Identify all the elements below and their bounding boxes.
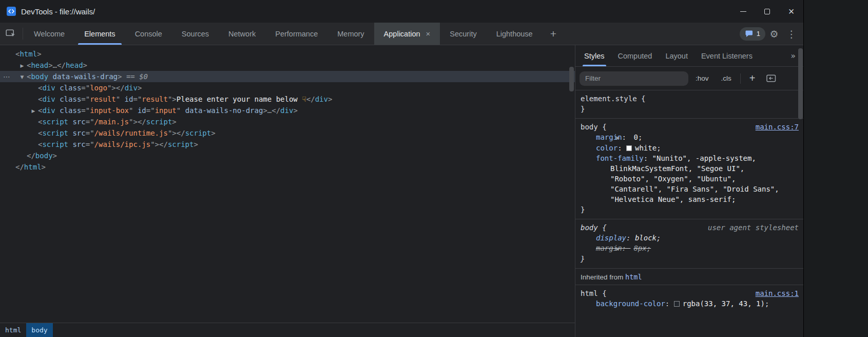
dom-node[interactable]: <script src="/wails/ipc.js"></script> — [0, 139, 575, 150]
sidebar-tab-strip: StylesComputedLayoutEvent Listeners — [577, 45, 759, 66]
tab-strip: WelcomeElementsConsoleSourcesNetworkPerf… — [24, 23, 543, 45]
dom-token: logo — [90, 84, 107, 92]
css-declaration[interactable]: display: block; — [581, 233, 799, 243]
tab-label: Performance — [275, 30, 318, 38]
issues-button[interactable]: 1 — [740, 27, 765, 41]
elements-scrollbar-thumb[interactable] — [569, 67, 574, 91]
tab-network[interactable]: Network — [219, 23, 265, 45]
tab-performance[interactable]: Performance — [265, 23, 327, 45]
tab-lighthouse[interactable]: Lighthouse — [487, 23, 543, 45]
punctuation: ; — [638, 133, 642, 141]
dom-node[interactable]: <div class="result" id="result">Please e… — [0, 93, 575, 105]
dom-token: … — [267, 106, 272, 115]
chevron-collapsed-icon[interactable]: ▶ — [17, 60, 27, 71]
dom-node[interactable]: ▶<head>…</head> — [0, 60, 575, 71]
breadcrumb-bar: htmlbody — [0, 323, 575, 337]
dom-token: class — [55, 95, 82, 103]
stylesheet-link[interactable]: main.css:1 — [756, 288, 799, 298]
panel-tabbar: WelcomeElementsConsoleSourcesNetworkPerf… — [0, 23, 803, 45]
rule-selector-line[interactable]: body {user agent stylesheet — [581, 222, 799, 233]
css-property-value: 8px — [633, 244, 646, 252]
inherited-from-label: Inherited from — [581, 273, 625, 281]
dom-token: class — [55, 84, 82, 92]
dom-node[interactable]: ⋯▼<body data-wails-drag> == $0 — [0, 71, 575, 82]
rule-close-brace: } — [581, 104, 799, 114]
css-declaration[interactable]: color: white; — [581, 143, 799, 153]
node-menu-dots-icon[interactable]: ⋯ — [3, 71, 10, 82]
chevron-expanded-icon[interactable]: ▼ — [17, 71, 27, 83]
inspect-icon — [6, 29, 16, 39]
dom-token: </ — [138, 118, 146, 126]
toggle-hover-state-button[interactable]: :hov — [690, 71, 714, 85]
dom-token: =" — [86, 118, 94, 126]
dom-node[interactable]: <script src="/wails/runtime.js"></script… — [0, 127, 575, 139]
style-rule: element.style {} — [575, 90, 804, 118]
tab-memory[interactable]: Memory — [327, 23, 374, 45]
more-menu-icon[interactable]: ⋮ — [783, 23, 800, 45]
rule-selector-line[interactable]: element.style { — [581, 93, 799, 104]
color-swatch[interactable] — [674, 301, 680, 307]
dom-node[interactable]: <div class="logo"></div> — [0, 82, 575, 93]
stylesheet-link[interactable]: main.css:7 — [756, 122, 799, 132]
dom-token: src — [68, 129, 86, 137]
issues-bubble-icon — [745, 30, 753, 38]
css-declaration[interactable]: margin: ▶0; — [581, 132, 799, 143]
dom-node[interactable]: <html> — [0, 48, 575, 60]
dom-token: > — [42, 163, 46, 171]
sidebar-tab-computed[interactable]: Computed — [611, 45, 659, 66]
css-declaration[interactable]: font-family: "Nunito", -apple-system, — [581, 153, 799, 163]
css-declaration[interactable]: margin: ▶8px; — [581, 243, 799, 254]
dom-token: =" — [86, 140, 94, 148]
tab-welcome[interactable]: Welcome — [24, 23, 74, 45]
dom-tree: <html>▶<head>…</head>⋯▼<body data-wails-… — [0, 45, 575, 323]
dom-token: " — [150, 140, 155, 148]
tab-application[interactable]: Application× — [374, 23, 440, 45]
close-icon: × — [788, 6, 795, 16]
chevron-collapsed-icon[interactable]: ▶ — [29, 105, 38, 117]
inspect-element-button[interactable] — [0, 23, 22, 45]
dom-node[interactable]: ▶<div class="input-box" id="input" data-… — [0, 105, 575, 116]
dom-node[interactable]: </html> — [0, 161, 575, 173]
sidebar-tabbar: StylesComputedLayoutEvent Listeners » — [575, 45, 804, 67]
rule-selector-line[interactable]: body {main.css:7 — [581, 122, 799, 132]
dom-token: script — [168, 140, 194, 148]
new-style-rule-button[interactable]: + — [744, 72, 761, 84]
color-swatch[interactable] — [626, 145, 632, 151]
dom-token: result — [142, 95, 168, 103]
dom-token: class — [55, 106, 82, 115]
dom-token: </ — [306, 95, 315, 103]
breadcrumb-item-body[interactable]: body — [26, 323, 52, 337]
close-tab-icon[interactable]: × — [426, 29, 431, 38]
filter-input[interactable] — [580, 71, 688, 86]
maximize-button[interactable] — [755, 0, 779, 23]
tab-sources[interactable]: Sources — [172, 23, 219, 45]
tab-elements[interactable]: Elements — [74, 23, 125, 45]
dom-node[interactable]: </body> — [0, 150, 575, 161]
minimize-button[interactable] — [731, 0, 755, 23]
sidebar-tab-styles[interactable]: Styles — [577, 45, 611, 66]
css-property-value: "Cantarell", "Fira Sans", "Droid Sans", — [610, 185, 779, 193]
css-declaration[interactable]: background-color: rgba(33, 37, 43, 1); — [581, 298, 799, 309]
inherited-from-header: Inherited from html — [575, 268, 804, 285]
inherited-node-link[interactable]: html — [625, 273, 642, 281]
dom-node[interactable]: <script src="/main.js"></script> — [0, 116, 575, 127]
styles-scrollbar-thumb[interactable] — [798, 48, 803, 119]
breadcrumb-item-html[interactable]: html — [0, 323, 26, 337]
add-tab-button[interactable]: + — [543, 23, 564, 45]
sidebar-tab-event-listeners[interactable]: Event Listeners — [695, 45, 759, 66]
close-button[interactable]: × — [779, 0, 803, 23]
settings-gear-icon[interactable]: ⚙ — [765, 23, 783, 45]
toggle-sidebar-icon[interactable] — [762, 74, 780, 82]
dom-token: head — [66, 61, 83, 69]
rule-selector-line[interactable]: html {main.css:1 — [581, 288, 799, 298]
tab-label: Memory — [337, 30, 364, 38]
toggle-classes-button[interactable]: .cls — [716, 71, 737, 85]
punctuation: ; — [657, 144, 661, 152]
dom-token: > — [138, 84, 142, 92]
punctuation: ; — [657, 234, 661, 242]
tab-security[interactable]: Security — [440, 23, 486, 45]
sidebar-tab-layout[interactable]: Layout — [659, 45, 695, 66]
tab-console[interactable]: Console — [125, 23, 172, 45]
punctuation: : — [644, 154, 652, 162]
styles-toolbar: :hov .cls + — [575, 67, 804, 90]
